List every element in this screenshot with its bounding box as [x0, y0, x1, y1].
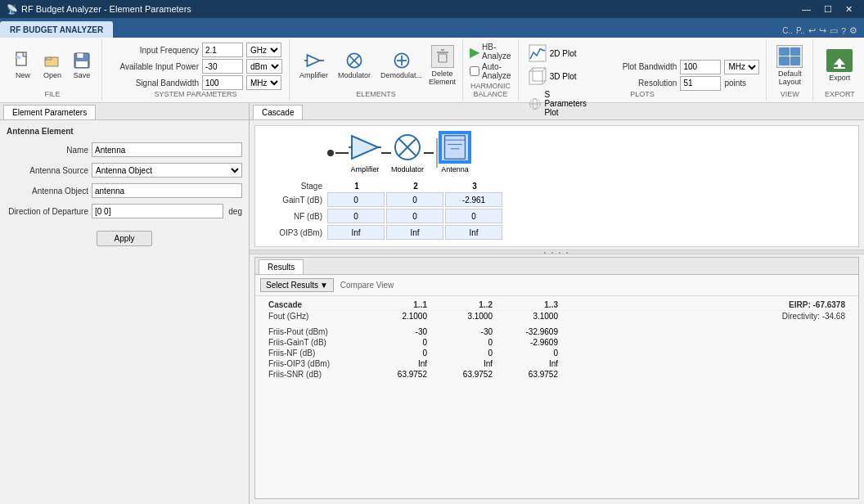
input-freq-row: Input Frequency GHzMHz: [109, 43, 282, 57]
apply-button[interactable]: Apply: [97, 231, 151, 246]
wire-1: [335, 152, 349, 154]
2d-plot-icon: [529, 44, 547, 62]
2d-plot-button[interactable]: 2D Plot: [525, 43, 580, 64]
stage-2-header: 2: [386, 182, 445, 191]
hb-analyze-button[interactable]: ▶ HB-Analyze: [470, 43, 511, 61]
gaint-stage1-field[interactable]: [327, 192, 385, 207]
oip3-stage1-field[interactable]: [327, 225, 385, 240]
direction-departure-field[interactable]: [92, 204, 223, 218]
demodulator-element-button[interactable]: Demodulat...: [377, 49, 425, 81]
name-field[interactable]: [92, 142, 242, 157]
friis-oip3-11: Inf: [368, 358, 434, 369]
avail-power-unit-select[interactable]: dBmdBW: [246, 59, 282, 74]
friis-pout-13: -32.9609: [499, 326, 565, 337]
friis-oip3-row: Friis-OIP3 (dBm) Inf Inf Inf: [262, 358, 852, 369]
input-freq-field[interactable]: [202, 43, 243, 57]
col-12-header: 1..2: [434, 299, 499, 311]
ribbon-tab-rf-budget-analyzer[interactable]: RF BUDGET ANALYZER: [0, 21, 113, 38]
friis-nf-row: Friis-NF (dB) 0 0 0: [262, 348, 852, 358]
plot-bw-field[interactable]: [680, 60, 721, 74]
cascade-header: Cascade: [262, 299, 368, 311]
svg-rect-4: [77, 53, 83, 58]
right-panel: Cascade Amplifier: [250, 103, 864, 504]
demodulator-icon: [392, 51, 412, 70]
antenna-object-field[interactable]: [92, 183, 242, 198]
redo-button[interactable]: ↪: [819, 25, 826, 36]
open-icon: [43, 51, 62, 70]
oip3-stage3-field[interactable]: [445, 225, 502, 240]
new-icon: [13, 51, 33, 70]
delete-element-group: DeleteElement: [429, 45, 456, 86]
svg-line-21: [529, 68, 533, 71]
toolbar: New Open Save FILE Input Frequency: [0, 38, 864, 103]
name-row: Name: [7, 142, 242, 157]
results-header-row: Cascade 1..1 1..2 1..3 EIRP: -67.6378: [262, 299, 852, 311]
fout-13: 3.1000: [499, 311, 565, 322]
resolution-field[interactable]: [680, 76, 721, 91]
nf-stage1-field[interactable]: [327, 209, 385, 223]
svg-rect-19: [529, 71, 542, 84]
col-11-header: 1..1: [368, 299, 434, 311]
signal-bw-field[interactable]: [202, 75, 243, 90]
auto-analyze-button[interactable]: Auto-Analyze: [470, 62, 511, 80]
antenna-element[interactable]: Antenna: [440, 133, 470, 173]
oip3-stage2-field[interactable]: [386, 225, 443, 240]
friis-gaint-13: -2.9609: [499, 337, 565, 348]
nf-label: NF (dB): [262, 212, 327, 221]
auto-analyze-checkbox[interactable]: [470, 66, 479, 76]
save-button[interactable]: Save: [69, 49, 95, 81]
close-button[interactable]: ✕: [840, 4, 857, 15]
minimize-button[interactable]: —: [797, 4, 816, 15]
nf-stage2-field[interactable]: [386, 209, 443, 223]
new-button[interactable]: New: [10, 49, 36, 81]
friis-oip3-label: Friis-OIP3 (dBm): [262, 358, 368, 369]
undo-button[interactable]: ↩: [808, 25, 816, 36]
element-params-tab[interactable]: Element Parameters: [3, 105, 96, 119]
3d-plot-icon: [529, 67, 547, 85]
gaint-stage3-field[interactable]: [445, 192, 502, 207]
friis-snr-11: 63.9752: [368, 369, 434, 380]
antenna-source-select[interactable]: Antenna Object: [92, 163, 242, 178]
plot-bw-unit-select[interactable]: MHzGHz: [724, 60, 759, 74]
col-13-header: 1..3: [499, 299, 565, 311]
amplifier-element-button[interactable]: Amplifier: [296, 49, 331, 81]
gaint-stage2-field[interactable]: [386, 192, 443, 207]
3d-plot-button[interactable]: 3D Plot: [525, 65, 580, 87]
default-layout-button[interactable]: Default Layout: [773, 43, 806, 88]
amplifier-element[interactable]: Amplifier: [349, 133, 381, 173]
quick-access-p: P..: [796, 26, 805, 35]
panel-splitter[interactable]: • • • •: [250, 250, 864, 254]
layout-button[interactable]: ▭: [830, 25, 838, 36]
toolbar-elements-section: Amplifier Modulator Demodulat... DeleteE…: [290, 39, 463, 101]
fout-11: 2.1000: [368, 311, 434, 322]
antenna-object-row: Antenna Object: [7, 183, 242, 198]
friis-snr-row: Friis-SNR (dB) 63.9752 63.9752 63.9752: [262, 369, 852, 380]
results-tab[interactable]: Results: [259, 259, 304, 274]
signal-bw-unit-select[interactable]: MHzGHz: [246, 75, 281, 90]
title-icon: 📡: [7, 4, 18, 15]
delete-element-icon[interactable]: [431, 45, 454, 68]
avail-power-field[interactable]: [202, 59, 243, 74]
modulator-element-button[interactable]: Modulator: [335, 49, 374, 81]
wire-2: [381, 152, 391, 154]
input-freq-unit-select[interactable]: GHzMHz: [246, 43, 281, 57]
nf-stage3-field[interactable]: [445, 209, 502, 223]
friis-pout-label: Friis-Pout (dBm): [262, 326, 368, 337]
svg-rect-27: [838, 62, 841, 67]
open-button[interactable]: Open: [39, 49, 65, 81]
friis-snr-13: 63.9752: [499, 369, 565, 380]
help-button[interactable]: ?: [841, 26, 846, 36]
maximize-button[interactable]: ☐: [819, 4, 837, 15]
antenna-element-wrapper: Antenna: [434, 133, 470, 173]
friis-nf-12: 0: [434, 348, 499, 358]
svg-marker-6: [307, 55, 319, 66]
quick-access-c: C..: [782, 26, 793, 35]
antenna-diagram-icon: [440, 133, 470, 162]
window-controls[interactable]: — ☐ ✕: [797, 4, 857, 15]
export-button[interactable]: Export: [820, 47, 859, 83]
svg-marker-28: [352, 136, 378, 159]
toolbar-sys-params-section: Input Frequency GHzMHz Available Input P…: [102, 39, 290, 101]
settings-icon[interactable]: ⚙: [849, 25, 857, 36]
select-results-button[interactable]: Select Results ▼: [260, 278, 334, 292]
modulator-element[interactable]: Modulator: [391, 133, 424, 173]
